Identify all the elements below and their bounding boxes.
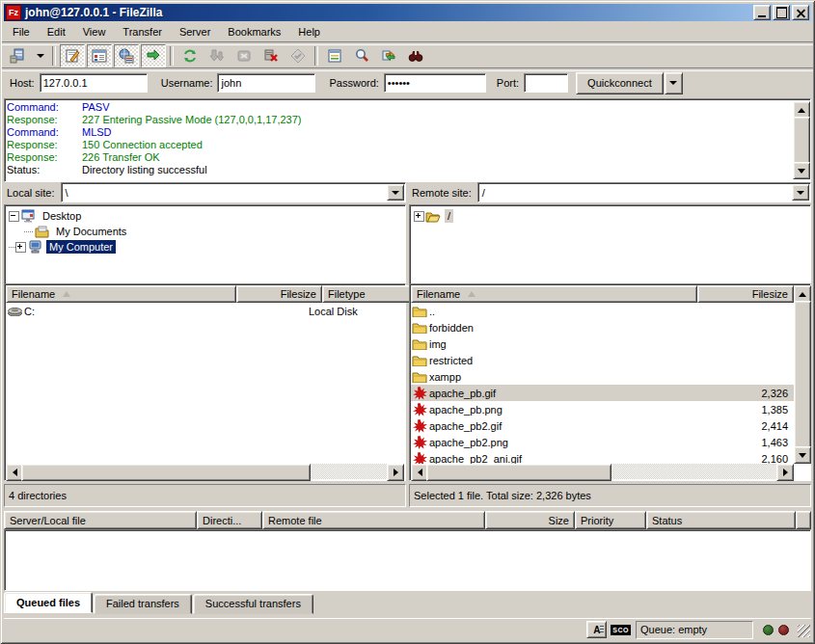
scroll-thumb[interactable]: [793, 117, 810, 164]
collapse-icon[interactable]: [9, 211, 19, 222]
tree-item-my-documents[interactable]: My Documents: [9, 224, 403, 239]
toggle-transfer-queue-button[interactable]: [141, 44, 166, 67]
local-tree-view-icon: [92, 48, 107, 64]
column-header-filename[interactable]: Filename: [411, 285, 697, 303]
tree-item-root[interactable]: /: [414, 208, 808, 224]
remote-file-row[interactable]: forbidden: [411, 319, 794, 335]
username-input[interactable]: [217, 73, 315, 93]
scroll-thumb[interactable]: [426, 464, 611, 481]
scroll-left-icon[interactable]: [418, 469, 422, 476]
resize-grip[interactable]: [798, 625, 810, 637]
column-header-status[interactable]: Status: [646, 511, 796, 529]
menu-file[interactable]: File: [4, 24, 39, 40]
quickconnect-button[interactable]: Quickconnect: [576, 72, 664, 94]
column-header-server-local-file[interactable]: Server/Local file: [4, 511, 197, 529]
local-horizontal-scrollbar[interactable]: [6, 464, 404, 479]
maximize-button[interactable]: [773, 5, 790, 20]
menu-server[interactable]: Server: [171, 24, 219, 40]
local-site-row: Local site: \: [4, 182, 406, 202]
scroll-right-icon[interactable]: [394, 469, 398, 476]
remote-file-row[interactable]: restricted: [411, 352, 794, 368]
remote-file-row[interactable]: img: [411, 335, 794, 352]
menu-view[interactable]: View: [74, 24, 115, 40]
remote-horizontal-scrollbar[interactable]: [411, 464, 794, 479]
scroll-thumb[interactable]: [21, 464, 311, 481]
refresh-button[interactable]: [177, 44, 203, 67]
remote-file-row[interactable]: ..: [411, 303, 794, 319]
title-bar[interactable]: Fz john@127.0.0.1 - FileZilla: [4, 4, 811, 21]
process-queue-button[interactable]: [204, 44, 230, 67]
file-search-button[interactable]: [349, 44, 374, 67]
column-header-filesize[interactable]: Filesize: [236, 285, 322, 303]
menu-bookmarks[interactable]: Bookmarks: [219, 24, 289, 40]
tree-item-my-computer[interactable]: My Computer: [9, 239, 403, 255]
speed-badge-icon[interactable]: SCO: [611, 625, 631, 635]
tab-successful-transfers[interactable]: Successful transfers: [193, 594, 313, 614]
column-header-priority[interactable]: Priority: [575, 511, 646, 529]
scroll-left-icon[interactable]: [13, 469, 17, 476]
column-header-size[interactable]: Size: [485, 511, 575, 529]
menu-edit[interactable]: Edit: [39, 24, 74, 40]
remote-vertical-scrollbar[interactable]: [794, 285, 809, 464]
minimize-button[interactable]: [753, 5, 771, 20]
expand-icon[interactable]: [15, 242, 26, 253]
reconnect-button[interactable]: [285, 44, 311, 67]
site-manager-button[interactable]: [5, 44, 30, 67]
remote-site-dropdown-button[interactable]: [792, 184, 809, 201]
my-documents-icon: [34, 225, 49, 238]
scroll-up-icon[interactable]: [798, 108, 805, 113]
local-site-dropdown-button[interactable]: [387, 184, 404, 201]
column-header-direction[interactable]: Directi...: [197, 511, 262, 529]
scroll-thumb[interactable]: [794, 301, 811, 448]
tab-queued-files[interactable]: Queued files: [4, 592, 93, 613]
remote-file-row[interactable]: apache_pb2.png 1,463: [411, 434, 794, 450]
remote-site-combobox[interactable]: /: [477, 182, 811, 202]
close-button[interactable]: [792, 5, 809, 20]
remote-file-row[interactable]: xampp: [411, 368, 794, 385]
disconnect-button[interactable]: [258, 44, 284, 67]
tab-failed-transfers[interactable]: Failed transfers: [94, 594, 192, 614]
expand-icon[interactable]: [414, 211, 424, 222]
quickconnect-dropdown-button[interactable]: [665, 72, 683, 94]
log-scrollbar[interactable]: [793, 101, 808, 179]
tree-item-desktop[interactable]: Desktop: [9, 208, 403, 224]
remote-tree[interactable]: /: [409, 204, 811, 286]
local-site-combobox[interactable]: \: [61, 182, 406, 202]
cancel-operation-button[interactable]: [231, 44, 257, 67]
local-tree[interactable]: Desktop My Documents My Computer: [4, 204, 406, 286]
find-files-button[interactable]: [403, 44, 428, 67]
remote-file-row[interactable]: apache_pb.png 1,385: [411, 401, 794, 417]
password-input[interactable]: [384, 73, 486, 93]
toolbar-separator: [314, 46, 318, 66]
selected-tree-item[interactable]: My Computer: [46, 240, 116, 254]
local-file-row-c-drive[interactable]: C: Local Disk: [6, 303, 404, 319]
directory-comparison-button[interactable]: [376, 44, 401, 67]
remote-file-list: Filename Filesize .. forbidden: [409, 283, 811, 481]
disk-drive-icon: [7, 305, 22, 318]
remote-file-row-selected[interactable]: apache_pb.gif 2,326: [411, 385, 794, 401]
remote-file-row[interactable]: apache_pb2_ani.gif 2,160: [411, 450, 794, 464]
column-header-remote-file[interactable]: Remote file: [262, 511, 485, 529]
site-manager-dropdown-button[interactable]: [32, 44, 48, 67]
toggle-message-log-button[interactable]: [60, 44, 85, 67]
send-indicator-icon: [778, 625, 789, 635]
menu-help[interactable]: Help: [289, 24, 329, 40]
column-header-filesize[interactable]: Filesize: [697, 285, 794, 303]
local-list-body[interactable]: C: Local Disk: [6, 303, 404, 464]
scroll-down-icon[interactable]: [799, 453, 806, 458]
scroll-right-icon[interactable]: [783, 469, 788, 476]
scroll-down-icon[interactable]: [798, 169, 805, 174]
port-input[interactable]: [524, 73, 568, 93]
transfer-type-icon[interactable]: A: [586, 621, 607, 638]
scroll-up-icon[interactable]: [799, 292, 806, 297]
sort-ascending-icon: [468, 291, 475, 297]
directory-listing-filters-button[interactable]: [322, 44, 347, 67]
queue-body[interactable]: [4, 529, 811, 591]
toggle-local-tree-button[interactable]: [87, 44, 112, 67]
host-input[interactable]: [40, 73, 148, 93]
remote-file-row[interactable]: apache_pb2.gif 2,414: [411, 417, 794, 434]
menu-transfer[interactable]: Transfer: [114, 24, 171, 40]
toggle-remote-tree-button[interactable]: [114, 44, 139, 67]
remote-list-body[interactable]: .. forbidden img restricted: [411, 303, 794, 464]
column-header-filename[interactable]: Filename: [6, 285, 236, 303]
